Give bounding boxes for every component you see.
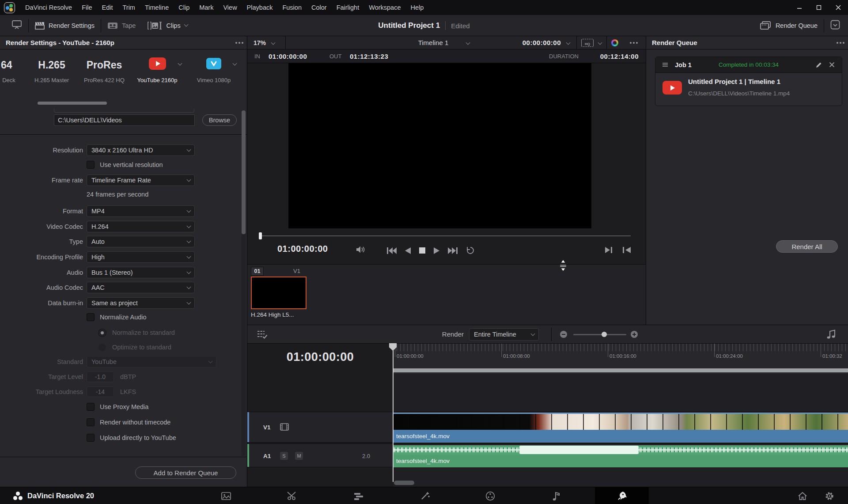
clips-button[interactable]: Clips: [147, 22, 187, 30]
add-to-render-queue-button[interactable]: Add to Render Queue: [135, 466, 236, 479]
fusion-page-icon[interactable]: [420, 490, 431, 502]
preset-h265[interactable]: H.265: [25, 59, 78, 71]
stop-icon[interactable]: [419, 247, 425, 254]
location-input[interactable]: [54, 114, 195, 126]
preset-h264-partial[interactable]: 64: [1, 59, 12, 71]
zoom-in-icon[interactable]: [631, 331, 638, 338]
menu-view[interactable]: View: [218, 0, 242, 15]
timeline-zoom-slider[interactable]: [573, 334, 626, 335]
filename-field-partial[interactable]: [54, 109, 194, 113]
normalize-audio-checkbox[interactable]: [87, 313, 95, 321]
preset-youtube-caption[interactable]: YouTube 2160p: [131, 77, 184, 83]
menu-playback[interactable]: Playback: [242, 0, 278, 15]
delete-job-icon[interactable]: [829, 62, 835, 68]
first-frame-icon[interactable]: [387, 247, 397, 254]
menu-edit[interactable]: Edit: [97, 0, 118, 15]
zoom-out-icon[interactable]: [560, 331, 567, 338]
edit-job-icon[interactable]: [815, 61, 822, 68]
play-reverse-icon[interactable]: [405, 247, 411, 254]
v1-clip-filmstrip[interactable]: [393, 413, 848, 430]
menu-fusion[interactable]: Fusion: [277, 0, 307, 15]
davinci-logo-icon[interactable]: [13, 492, 22, 500]
browse-button[interactable]: Browse: [202, 114, 237, 126]
a1-track-name[interactable]: A1: [263, 453, 271, 459]
viewer-timecode[interactable]: 00:00:00:00: [522, 36, 561, 49]
loop-icon[interactable]: [466, 246, 475, 254]
jog-bar[interactable]: [261, 235, 631, 236]
youtube-preset-chevron-icon[interactable]: [178, 61, 182, 66]
frame-rate-dropdown[interactable]: Timeline Frame Rate: [87, 174, 195, 186]
menu-file[interactable]: File: [77, 0, 97, 15]
settings-gear-icon[interactable]: [824, 490, 835, 502]
type-dropdown[interactable]: Auto: [87, 236, 195, 247]
render-job-card[interactable]: Job 1 Completed in 00:03:34 Untitled Pro…: [655, 57, 842, 106]
menu-mark[interactable]: Mark: [194, 0, 218, 15]
viewer-options-icon[interactable]: [630, 42, 632, 44]
last-frame-icon[interactable]: [448, 247, 458, 254]
preset-prores[interactable]: ProRes: [78, 59, 131, 71]
use-vertical-resolution-checkbox[interactable]: [87, 161, 95, 169]
v1-track-name[interactable]: V1: [263, 424, 271, 431]
mute-icon[interactable]: [356, 246, 366, 255]
render-job-list-icon[interactable]: [257, 330, 269, 339]
preset-scrollbar[interactable]: [38, 102, 107, 105]
youtube-preset-icon[interactable]: [149, 57, 166, 70]
audio-codec-dropdown[interactable]: AAC: [87, 282, 195, 293]
queue-options-icon[interactable]: [837, 42, 838, 44]
timeline-current-timecode[interactable]: 01:00:00:00: [247, 350, 393, 364]
tape-button[interactable]: Tape: [107, 22, 136, 29]
zoom-slider-knob[interactable]: [602, 332, 607, 337]
render-settings-button[interactable]: Render Settings: [35, 22, 95, 30]
panel-toggle-icon[interactable]: [830, 20, 840, 31]
format-dropdown[interactable]: MP4: [87, 205, 195, 217]
upload-directly-youtube-checkbox[interactable]: [87, 434, 95, 442]
panel-options-icon[interactable]: [235, 42, 237, 44]
play-icon[interactable]: [434, 247, 439, 254]
maximize-icon[interactable]: [809, 0, 829, 15]
v1-clip-name[interactable]: tearsofsteel_4k.mov: [393, 430, 848, 443]
timeline-ruler[interactable]: 01:00:00:00 01:00:08:00 01:00:16:00 01:0…: [393, 344, 848, 374]
render-queue-button[interactable]: Render Queue: [760, 21, 818, 30]
audio-mixer-icon[interactable]: [826, 329, 837, 340]
close-icon[interactable]: [829, 0, 848, 15]
resolution-dropdown[interactable]: 3840 x 2160 Ultra HD: [87, 144, 195, 156]
render-without-timecode-checkbox[interactable]: [87, 418, 95, 426]
viewer-timeline-name[interactable]: Timeline 1: [247, 36, 619, 49]
timeline-hscrollbar-thumb[interactable]: [394, 481, 414, 485]
encoding-profile-dropdown[interactable]: High: [87, 251, 195, 263]
timeline-playhead[interactable]: [393, 344, 394, 482]
a1-clip-waveform[interactable]: [393, 445, 848, 455]
app-logo-icon[interactable]: [4, 2, 15, 13]
render-scope-dropdown[interactable]: Entire Timeline: [469, 328, 539, 341]
menu-color[interactable]: Color: [307, 0, 332, 15]
edit-page-icon[interactable]: [353, 490, 364, 502]
media-page-icon[interactable]: [220, 490, 232, 502]
proxy-quality-icon[interactable]: HQ: [581, 39, 594, 47]
deliver-page-icon[interactable]: [616, 490, 628, 502]
jog-playhead-marker[interactable]: [259, 232, 262, 239]
vimeo-preset-icon[interactable]: [206, 58, 221, 69]
menu-workspace[interactable]: Workspace: [364, 0, 405, 15]
data-burn-in-dropdown[interactable]: Same as project: [87, 297, 195, 309]
settings-scrollbar-thumb[interactable]: [242, 110, 246, 234]
menu-timeline[interactable]: Timeline: [140, 0, 174, 15]
menu-clip[interactable]: Clip: [174, 0, 194, 15]
video-codec-dropdown[interactable]: H.264: [87, 221, 195, 232]
vimeo-preset-chevron-icon[interactable]: [233, 61, 237, 66]
menu-trim[interactable]: Trim: [118, 0, 140, 15]
render-all-button[interactable]: Render All: [776, 240, 838, 253]
render-clip-thumbnail[interactable]: [251, 277, 307, 309]
menu-fairlight[interactable]: Fairlight: [332, 0, 364, 15]
audio-dropdown[interactable]: Bus 1 (Stereo): [87, 267, 195, 278]
grade-bypass-icon[interactable]: [611, 39, 618, 46]
solo-button[interactable]: S: [280, 452, 288, 460]
mute-button[interactable]: M: [295, 452, 303, 460]
play-to-out-icon[interactable]: [605, 247, 613, 253]
minimize-icon[interactable]: [790, 0, 809, 15]
clean-feed-monitor-icon[interactable]: [11, 20, 22, 31]
color-page-icon[interactable]: [485, 490, 496, 502]
preset-vimeo-caption[interactable]: Vimeo 1080p: [187, 77, 240, 83]
use-proxy-media-checkbox[interactable]: [87, 403, 95, 411]
menu-davinci-resolve[interactable]: DaVinci Resolve: [20, 0, 77, 15]
cut-page-icon[interactable]: [286, 490, 298, 502]
